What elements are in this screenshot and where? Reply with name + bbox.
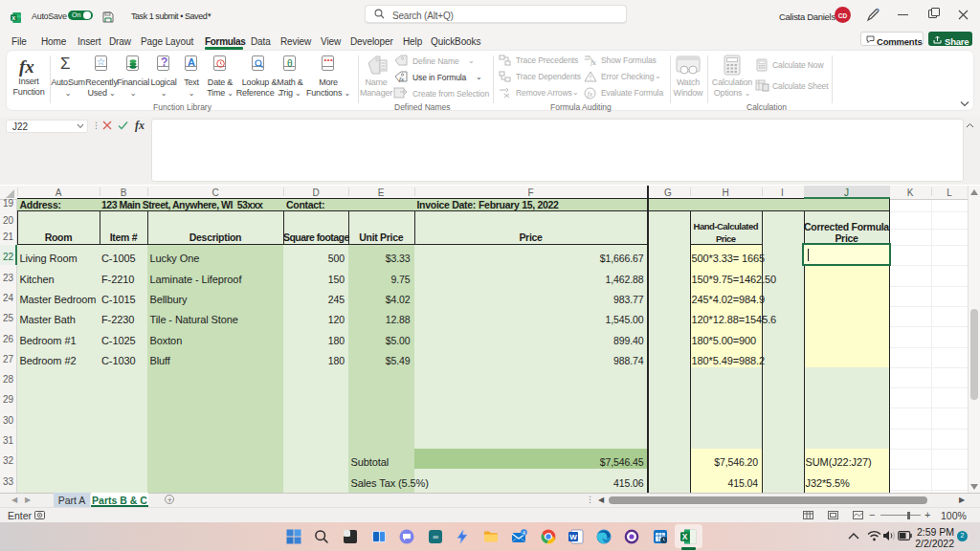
svg-text:∞: ∞ <box>433 533 438 541</box>
svg-text:fx: fx <box>588 90 593 99</box>
svg-text:fx: fx <box>590 58 596 66</box>
svg-text:X: X <box>682 531 688 540</box>
svg-text:X: X <box>11 15 15 21</box>
svg-text:fx: fx <box>399 76 405 83</box>
svg-text:W: W <box>569 533 577 541</box>
